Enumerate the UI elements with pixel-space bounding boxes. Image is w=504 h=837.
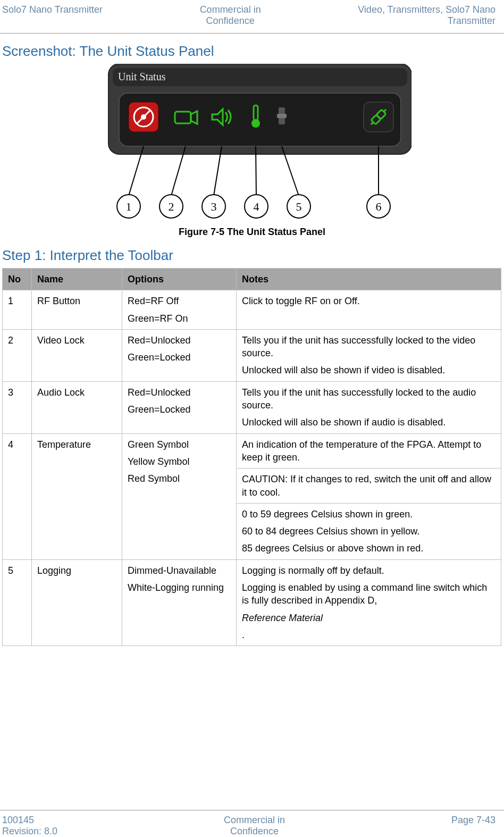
th-notes: Notes xyxy=(237,269,501,290)
opt: Red=Unlocked xyxy=(128,386,231,399)
callout-4: 4 xyxy=(254,200,259,213)
cell-name: Logging xyxy=(32,559,122,646)
footer-center-line1: Commercial in xyxy=(224,815,285,825)
cell-notes: Click to toggle RF on or Off. xyxy=(237,290,501,330)
note: 0 to 59 degrees Celsius shown in green. xyxy=(242,508,495,521)
table-row: 5 Logging Dimmed-Unavailable White-Loggi… xyxy=(3,559,501,646)
opt: Red Symbol xyxy=(128,472,231,485)
footer-right: Page 7-43 xyxy=(451,815,495,837)
cell-no: 4 xyxy=(3,433,32,559)
note: Logging is enabled by using a command li… xyxy=(242,581,495,641)
unit-status-panel-svg: Unit Status xyxy=(93,64,411,223)
note-italic: Reference Material xyxy=(242,612,495,624)
page-footer: 100145 Revision: 8.0 Commercial in Confi… xyxy=(0,810,504,837)
cell-notes: An indication of the temperature of the … xyxy=(237,433,501,468)
cell-options: Red=RF Off Green=RF On xyxy=(122,290,237,330)
header-center-line2: Confidence xyxy=(206,15,255,26)
cell-name: Audio Lock xyxy=(32,381,122,433)
cell-name: RF Button xyxy=(32,290,122,330)
header-right-line2: Transmitter xyxy=(448,15,495,26)
callout-2: 2 xyxy=(169,200,174,213)
cell-options: Red=Unlocked Green=Locked xyxy=(122,329,237,381)
figure-caption: Figure 7-5 The Unit Status Panel xyxy=(0,227,504,238)
cell-no: 5 xyxy=(3,559,32,646)
note: Tells you if the unit has successfully l… xyxy=(242,334,495,360)
footer-docnum: 100145 xyxy=(2,815,34,825)
svg-point-3 xyxy=(141,114,146,120)
screenshot-heading: Screenshot: The Unit Status Panel xyxy=(2,43,504,60)
footer-left: 100145 Revision: 8.0 xyxy=(2,815,57,837)
footer-revision: Revision: 8.0 xyxy=(2,826,57,836)
header-center-line1: Commercial in xyxy=(200,4,261,15)
cell-options: Dimmed-Unavailable White-Logging running xyxy=(122,559,237,646)
opt: Yellow Symbol xyxy=(128,455,231,468)
header-right-line1: Video, Transmitters, Solo7 Nano xyxy=(358,4,495,15)
cell-options: Green Symbol Yellow Symbol Red Symbol xyxy=(122,433,237,559)
cell-notes: Tells you if the unit has successfully l… xyxy=(237,381,501,433)
opt: Green=Locked xyxy=(128,351,231,364)
cell-notes: Tells you if the unit has successfully l… xyxy=(237,329,501,381)
cell-notes: Logging is normally off by default. Logg… xyxy=(237,559,501,646)
callout-3: 3 xyxy=(211,200,217,213)
table-row: 1 RF Button Red=RF Off Green=RF On Click… xyxy=(3,290,501,330)
cell-name: Video Lock xyxy=(32,329,122,381)
note: Logging is normally off by default. xyxy=(242,564,495,577)
svg-rect-10 xyxy=(277,114,287,118)
table-row: 2 Video Lock Red=Unlocked Green=Locked T… xyxy=(3,329,501,381)
note: Unlocked will also be shown if audio is … xyxy=(242,416,495,429)
th-options: Options xyxy=(122,269,237,290)
callout-1: 1 xyxy=(126,200,132,213)
table-row: 4 Temperature Green Symbol Yellow Symbol… xyxy=(3,433,501,468)
th-no: No xyxy=(3,269,32,290)
note-text: Logging is enabled by using a command li… xyxy=(242,581,495,607)
figure-block: Unit Status xyxy=(0,64,504,238)
cell-notes: 0 to 59 degrees Celsius shown in green. … xyxy=(237,503,501,559)
cell-options: Red=Unlocked Green=Locked xyxy=(122,381,237,433)
rf-button-icon xyxy=(129,102,158,132)
footer-center: Commercial in Confidence xyxy=(224,815,285,837)
panel-title-text: Unit Status xyxy=(118,71,166,82)
connector-icon xyxy=(364,102,393,132)
note: 60 to 84 degrees Celsius shown in yellow… xyxy=(242,525,495,538)
opt: Green Symbol xyxy=(128,438,231,451)
note: Unlocked will also be shown if video is … xyxy=(242,364,495,376)
header-right: Video, Transmitters, Solo7 Nano Transmit… xyxy=(358,4,495,27)
callout-6: 6 xyxy=(376,200,382,213)
opt: White-Logging running xyxy=(128,581,231,594)
footer-center-line2: Confidence xyxy=(230,826,279,836)
opt: Green=Locked xyxy=(128,403,231,416)
header-left: Solo7 Nano Transmitter xyxy=(2,4,103,15)
table-row: 3 Audio Lock Red=Unlocked Green=Locked T… xyxy=(3,381,501,433)
th-name: Name xyxy=(32,269,122,290)
note: 85 degrees Celsius or above shown in red… xyxy=(242,542,495,555)
table-header-row: No Name Options Notes xyxy=(3,269,501,290)
callout-line-4 xyxy=(256,146,256,196)
opt: Dimmed-Unavailable xyxy=(128,564,231,577)
svg-point-8 xyxy=(251,119,260,128)
opt: Green=RF On xyxy=(128,312,231,325)
cell-notes: CAUTION: If it changes to red, switch th… xyxy=(237,468,501,504)
note: Tells you if the unit has successfully l… xyxy=(242,386,495,412)
header-center: Commercial in Confidence xyxy=(200,4,261,27)
cell-no: 2 xyxy=(3,329,32,381)
callout-circles: 1 2 3 4 5 6 xyxy=(117,195,390,218)
step-heading: Step 1: Interpret the Toolbar xyxy=(2,247,504,264)
toolbar-table: No Name Options Notes 1 RF Button Red=RF… xyxy=(2,268,501,646)
cell-name: Temperature xyxy=(32,433,122,559)
cell-no: 3 xyxy=(3,381,32,433)
opt: Red=RF Off xyxy=(128,295,231,307)
callout-5: 5 xyxy=(296,200,302,213)
opt: Red=Unlocked xyxy=(128,334,231,347)
page-header: Solo7 Nano Transmitter Commercial in Con… xyxy=(0,0,504,34)
cell-no: 1 xyxy=(3,290,32,330)
note-text: . xyxy=(242,629,495,641)
panel-tray xyxy=(119,93,401,146)
